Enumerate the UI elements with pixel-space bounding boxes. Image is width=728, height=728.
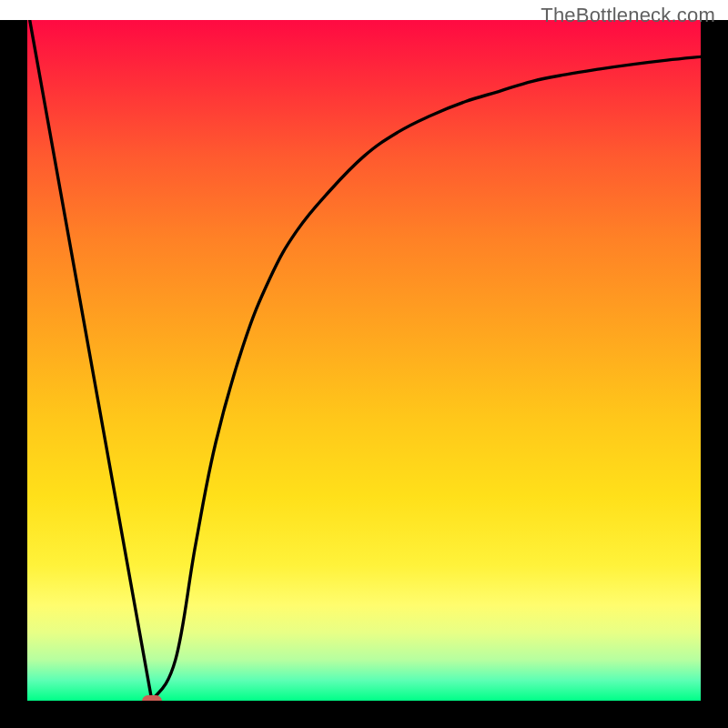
chart-container: TheBottleneck.com [0, 0, 728, 728]
curve-path [27, 20, 701, 701]
watermark-text: TheBottleneck.com [541, 4, 715, 27]
chart-frame [0, 20, 728, 728]
minimum-marker [142, 695, 162, 702]
plot-area [27, 20, 701, 701]
curve-svg [27, 20, 701, 701]
